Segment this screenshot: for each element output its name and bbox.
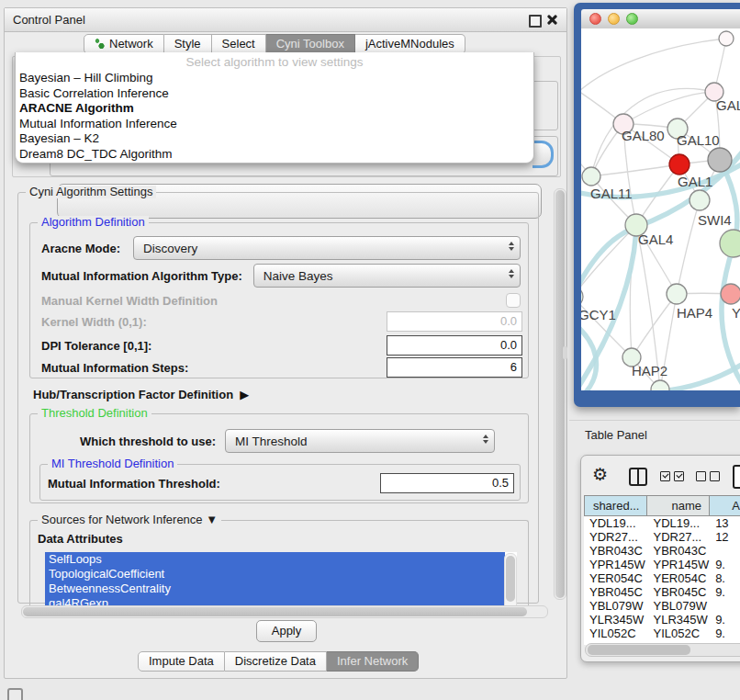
network-canvas[interactable]: GAL7GAL80GAL10GAL1GAL11SWI4GAL4GCY1HAP4Y…	[581, 28, 740, 390]
algorithm-menu-item[interactable]: Basic Correlation Inference	[16, 86, 533, 102]
node-label: Y	[732, 305, 740, 321]
tab-impute-data[interactable]: Impute Data	[138, 651, 225, 672]
focused-combo-fragment[interactable]	[533, 141, 554, 168]
network-edge[interactable]	[581, 297, 632, 357]
mi-threshold-group: MI Threshold Definition Mutual Informati…	[39, 464, 521, 501]
network-edge-highlighted[interactable]	[660, 359, 740, 390]
network-edge[interactable]	[632, 294, 677, 357]
list-vertical-scrollbar[interactable]	[504, 553, 517, 612]
minimize-traffic-light-icon[interactable]	[608, 13, 620, 25]
table-row[interactable]: YPR145WYPR145W9.	[584, 558, 740, 571]
column-layout-icon[interactable]	[629, 468, 647, 486]
table-row[interactable]: YBL079WYBL079W	[584, 599, 740, 613]
table-column-header[interactable]: shared...	[584, 495, 647, 516]
table-column-header[interactable]: A	[710, 495, 740, 516]
salmon-node[interactable]	[721, 284, 740, 304]
aracne-mode-label: Aracne Mode:	[41, 242, 120, 255]
table-cell: 9.	[710, 627, 740, 640]
hub-node[interactable]	[708, 148, 732, 172]
mi-type-combo[interactable]: Naive Bayes	[253, 264, 521, 288]
algorithm-menu-item[interactable]: Bayesian – K2	[16, 131, 533, 147]
settings-horizontal-scrollbar[interactable]	[21, 605, 548, 618]
aracne-mode-value: Discovery	[143, 242, 197, 255]
table-cell: YBR043C	[647, 544, 710, 558]
close-icon[interactable]	[546, 14, 558, 26]
table-row[interactable]: YDR27...YDR27...12	[584, 530, 740, 544]
table-cell: 9.	[710, 558, 740, 571]
mi-steps-field[interactable]: 6	[387, 357, 522, 378]
table-row[interactable]: YER054CYER054C8.	[584, 571, 740, 585]
manual-kernel-checkbox[interactable]	[506, 293, 521, 308]
export-table-icon[interactable]	[733, 465, 740, 489]
minimized-panel-icon[interactable]	[7, 688, 23, 700]
zoom-traffic-light-icon[interactable]	[626, 13, 638, 25]
node-label: GAL10	[677, 132, 720, 148]
tab-cyni-toolbox[interactable]: Cyni Toolbox	[266, 34, 355, 54]
table-row[interactable]: YLR345WYLR345W9.	[584, 613, 740, 627]
select-all-columns-icon[interactable]	[660, 471, 684, 481]
settings-vertical-scrollbar[interactable]	[554, 188, 566, 600]
tab-style[interactable]: Style	[164, 34, 212, 54]
table-row[interactable]: YBR043CYBR043C	[584, 544, 740, 558]
tab-select[interactable]: Select	[212, 34, 266, 54]
node[interactable]	[719, 31, 734, 46]
which-threshold-combo[interactable]: MI Threshold	[225, 429, 495, 453]
network-edge-highlighted[interactable]	[581, 227, 636, 302]
table-cell: YDR27...	[647, 530, 710, 544]
tab-label: Discretize Data	[235, 654, 316, 668]
table-cell: YIL052C	[584, 627, 647, 640]
deselect-all-columns-icon[interactable]	[696, 471, 720, 481]
dpi-tolerance-field[interactable]: 0.0	[387, 335, 522, 356]
table-row[interactable]: YIL052CYIL052C9.	[584, 627, 740, 640]
panel-splitter-handle[interactable]	[563, 346, 567, 359]
mi-type-value: Naive Bayes	[263, 269, 333, 283]
table-horizontal-scrollbar[interactable]	[585, 643, 740, 657]
apply-button[interactable]: Apply	[256, 620, 317, 642]
hub-definition-toggle[interactable]: Hub/Transcription Factor Definition▶	[33, 388, 249, 401]
close-traffic-light-icon[interactable]	[589, 13, 601, 25]
HAP4-node[interactable]	[667, 284, 687, 304]
algorithm-menu-item[interactable]: Bayesian – Hill Climbing	[16, 71, 533, 86]
attribute-list-item[interactable]: SelfLoops	[45, 552, 505, 567]
GAL11-node[interactable]	[582, 167, 600, 186]
network-edge[interactable]	[677, 200, 700, 294]
table-panel-header: Table Panel	[569, 420, 740, 448]
table-cell: YBR043C	[584, 544, 647, 558]
algorithm-menu-item[interactable]: ARACNE Algorithm	[16, 101, 533, 117]
collapse-arrow-icon[interactable]: ▼	[206, 513, 218, 526]
network-edge[interactable]	[623, 92, 714, 124]
aracne-mode-combo[interactable]: Discovery	[133, 236, 521, 260]
mi-steps-label: Mutual Information Steps:	[41, 361, 188, 375]
green-node[interactable]	[720, 230, 740, 257]
sources-group: Sources for Network Inference ▼ Data Att…	[29, 520, 529, 611]
gear-icon[interactable]: ⚙	[592, 465, 608, 485]
table-row[interactable]: YDL19...YDL19...13	[584, 516, 740, 530]
table-column-header[interactable]: name	[647, 495, 710, 516]
combo-arrows-icon	[483, 435, 488, 444]
network-graph[interactable]: GAL7GAL80GAL10GAL1GAL11SWI4GAL4GCY1HAP4Y…	[581, 28, 740, 390]
tab-discretize-data[interactable]: Discretize Data	[225, 651, 327, 672]
tab-jactivemnodules[interactable]: jActiveMNodules	[355, 34, 465, 54]
algorithm-menu-item[interactable]: Dream8 DC_TDC Algorithm	[16, 147, 533, 163]
network-edge[interactable]	[591, 164, 679, 176]
mi-threshold-field[interactable]: 0.5	[380, 473, 514, 493]
kernel-width-field[interactable]: 0.0	[387, 311, 522, 332]
table-row[interactable]: YBR045CYBR045C9.	[584, 585, 740, 599]
tab-network[interactable]: Network	[84, 34, 164, 54]
GAL1-node[interactable]	[669, 154, 690, 175]
attribute-list-item[interactable]: TopologicalCoefficient	[45, 567, 505, 581]
tab-infer-network[interactable]: Infer Network	[327, 651, 419, 672]
mi-threshold-legend: MI Threshold Definition	[48, 457, 177, 470]
cyni-settings-legend: Cyni Algorithm Settings	[26, 186, 156, 198]
tab-label: Cyni Toolbox	[276, 37, 344, 51]
table-cell: 9.	[710, 585, 740, 599]
network-edge[interactable]	[581, 39, 726, 100]
GCY1-node[interactable]	[581, 287, 583, 307]
node-label: GAL4	[638, 231, 673, 247]
attribute-list-item[interactable]: BetweennessCentrality	[45, 581, 505, 596]
float-window-icon[interactable]	[529, 15, 542, 28]
algorithm-menu-item[interactable]: Mutual Information Inference	[16, 117, 533, 132]
node-label: GAL7	[716, 97, 740, 113]
SWI4-node[interactable]	[690, 190, 710, 210]
node-label: GAL1	[678, 174, 712, 189]
